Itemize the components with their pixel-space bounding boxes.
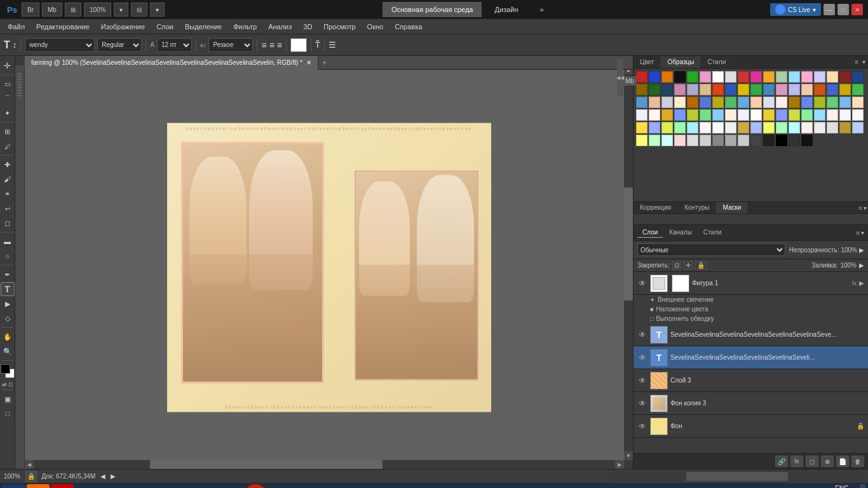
layer-new-layer-button[interactable]: 📄 — [836, 456, 849, 467]
tool-shape[interactable]: ◇ — [1, 311, 15, 325]
taskbar-app2[interactable]: 🔴 — [51, 484, 74, 488]
swatch-39[interactable] — [674, 97, 686, 108]
swap-colors-button[interactable]: ⇄ — [2, 381, 7, 388]
swatch-75[interactable] — [674, 122, 686, 133]
layer-delete-button[interactable]: 🗑 — [851, 456, 864, 467]
menu-select[interactable]: Выделение — [180, 22, 227, 32]
layer-visibility-text2[interactable]: 👁 — [637, 353, 648, 363]
fill-value[interactable]: 100% — [840, 262, 857, 269]
taskbar-download[interactable]: ⬇ — [292, 484, 315, 488]
font-size-select[interactable]: 12 пт — [157, 38, 192, 52]
swatch-26[interactable] — [738, 84, 749, 95]
swatch-19[interactable] — [649, 84, 660, 95]
maximize-button[interactable]: □ — [837, 4, 849, 15]
taskbar-sims2[interactable]: ◈ — [365, 484, 388, 488]
swatch-89[interactable] — [852, 122, 864, 133]
swatch-17[interactable] — [852, 71, 864, 83]
document-tab[interactable]: fanning @ 100% (SevelinaSevelinaSevelina… — [25, 56, 318, 70]
swatch-49[interactable] — [801, 97, 813, 108]
swatch-60[interactable] — [712, 109, 724, 121]
swatch-92[interactable] — [661, 135, 673, 146]
tool-eyedropper[interactable]: 🖊 — [1, 139, 15, 153]
menu-filter[interactable]: Фильтр — [228, 22, 262, 32]
layer-opacity-value[interactable]: 100% — [841, 247, 857, 254]
swatch-48[interactable] — [789, 97, 800, 108]
swatch-96[interactable] — [712, 135, 724, 146]
swatch-10[interactable] — [763, 71, 775, 83]
layer-sloy3[interactable]: 👁 Слой 3 — [634, 369, 868, 392]
tool-dodge[interactable]: ○ — [1, 249, 15, 263]
scroll-track-h[interactable] — [34, 460, 615, 469]
layer-visibility-foncopy3[interactable]: 👁 — [637, 398, 648, 409]
panel-collapse-button[interactable]: ◀◀ — [617, 58, 623, 97]
swatch-0[interactable] — [636, 71, 648, 83]
layer-mask-button[interactable]: ◻ — [806, 456, 818, 467]
tool-screen-mode[interactable]: □ — [1, 407, 15, 421]
swatch-69[interactable] — [827, 109, 838, 121]
swatch-53[interactable] — [852, 97, 864, 108]
swatch-80[interactable] — [738, 122, 749, 133]
zoom-lock-button[interactable]: 🔒 — [25, 471, 37, 482]
layer-fon[interactable]: 👁 Фон 🔒 — [634, 415, 868, 438]
layer-visibility-figura1[interactable]: 👁 — [637, 278, 648, 288]
swatch-62[interactable] — [738, 109, 749, 121]
tab-masks[interactable]: Маски — [716, 202, 748, 214]
swatch-57[interactable] — [674, 109, 686, 121]
tool-mask-mode[interactable]: ▣ — [1, 392, 15, 406]
swatch-64[interactable] — [763, 109, 775, 121]
swatch-88[interactable] — [839, 122, 851, 133]
layers-expand-icon[interactable]: ▾ — [861, 229, 864, 236]
layer-figura1[interactable]: 👁 Фигура 1 fx ▶ — [634, 272, 868, 295]
font-family-select[interactable]: wendy — [25, 38, 95, 52]
taskbar-sims[interactable]: ◈ — [341, 484, 363, 488]
scroll-track-v[interactable] — [624, 74, 633, 451]
panel-menu-icon[interactable]: ▾ — [861, 57, 867, 67]
swatch-51[interactable] — [827, 97, 838, 108]
lock-all-button[interactable]: 🔒 — [695, 261, 707, 269]
swatch-55[interactable] — [649, 109, 660, 121]
swatch-40[interactable] — [687, 97, 698, 108]
menu-analyze[interactable]: Анализ — [263, 22, 297, 32]
swatch-82[interactable] — [763, 122, 775, 133]
swatch-59[interactable] — [700, 109, 711, 121]
swatch-85[interactable] — [801, 122, 813, 133]
horizontal-scrollbar[interactable]: ◀ ▶ — [25, 460, 624, 469]
layer-visibility-fon[interactable]: 👁 — [637, 421, 648, 431]
swatch-21[interactable] — [674, 84, 686, 95]
swatch-16[interactable] — [839, 71, 851, 83]
workspace-more-button[interactable]: » — [531, 2, 552, 17]
zoom-value[interactable]: 100% — [84, 3, 112, 17]
swatch-97[interactable] — [725, 135, 736, 146]
tool-eraser[interactable]: ◻ — [1, 216, 15, 230]
fill-arrow[interactable]: ▶ — [859, 262, 864, 269]
swatch-5[interactable] — [700, 71, 711, 83]
arrange-button[interactable]: ⊞ — [65, 3, 81, 17]
text-color-swatch[interactable] — [290, 38, 307, 52]
swatch-31[interactable] — [801, 84, 813, 95]
tab-correction[interactable]: Коррекция — [634, 202, 678, 214]
menu-help[interactable]: Справка — [390, 22, 427, 32]
systray-clock[interactable]: ENG 14:03 15.03.2015 — [826, 485, 858, 488]
swatch-41[interactable] — [700, 97, 711, 108]
tool-crop[interactable]: ⊞ — [1, 125, 15, 139]
taskbar-music[interactable]: 🎵 — [99, 484, 122, 488]
swatch-44[interactable] — [738, 97, 749, 108]
new-tab-button[interactable]: + — [318, 58, 330, 67]
swatch-3[interactable] — [674, 71, 686, 83]
scroll-left-arrow[interactable]: ◀ — [25, 460, 34, 469]
close-button[interactable]: ✕ — [851, 4, 863, 15]
swatch-13[interactable] — [801, 71, 813, 83]
menu-edit[interactable]: Редактирование — [31, 22, 95, 32]
status-arrow-left[interactable]: ◀ — [100, 473, 105, 480]
taskbar-ppt[interactable]: 📊 — [268, 484, 291, 488]
tool-lasso[interactable]: ⌒ — [1, 92, 15, 105]
swatch-95[interactable] — [700, 135, 711, 146]
workspace-design-button[interactable]: Дизайн — [485, 2, 527, 17]
swatch-101[interactable] — [776, 135, 787, 146]
align-left-button[interactable]: ≡ — [261, 40, 266, 50]
tool-move[interactable]: ✛ — [1, 58, 15, 72]
minimize-button[interactable]: — — [824, 4, 835, 15]
taskbar-search[interactable]: 🔍 — [123, 484, 146, 488]
font-style-select[interactable]: Regular — [97, 38, 142, 52]
taskbar-files[interactable]: 📋 — [172, 484, 194, 488]
